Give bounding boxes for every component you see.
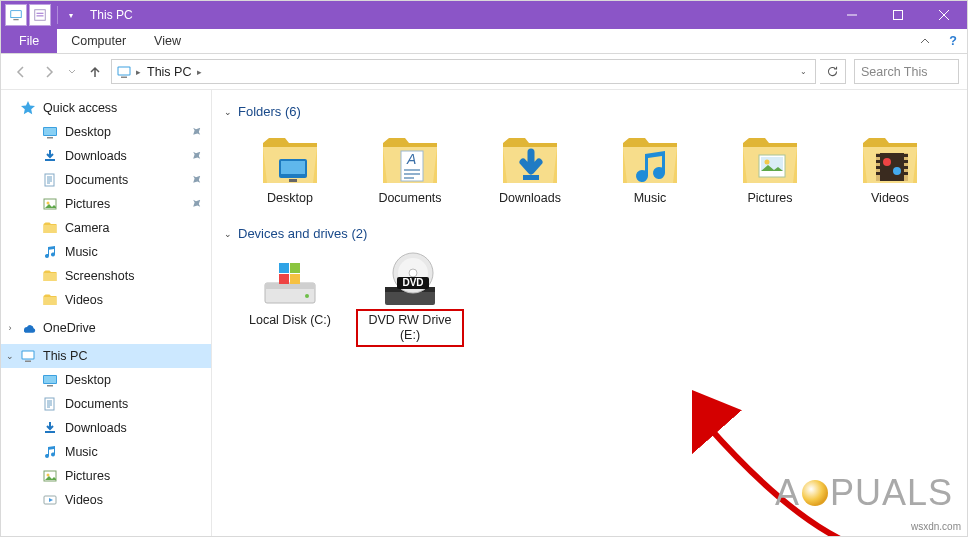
maximize-button[interactable]	[875, 1, 921, 29]
folder-icon	[41, 219, 59, 237]
nav-header-quick-access[interactable]: Quick access	[1, 96, 211, 120]
tile-dvd-rw-drive-e-[interactable]: DVD RW Drive (E:)	[356, 251, 464, 347]
nav-item-label: Videos	[65, 293, 103, 307]
search-input[interactable]: Search This	[854, 59, 959, 84]
tab-computer[interactable]: Computer	[57, 29, 140, 53]
nav-item-videos[interactable]: Videos	[1, 488, 211, 512]
ribbon-minimize-button[interactable]	[911, 29, 939, 53]
tile-label: Videos	[871, 187, 909, 206]
pin-icon	[188, 172, 204, 188]
watermark-post: PUALS	[830, 472, 953, 514]
address-history-dropdown[interactable]: ⌄	[793, 67, 813, 76]
tile-local-disk-c-[interactable]: Local Disk (C:)	[236, 251, 344, 347]
nav-item-label: Music	[65, 445, 98, 459]
nav-item-music[interactable]: Music	[1, 240, 211, 264]
quick-access-toolbar: ▾	[1, 4, 82, 26]
navigation-bar: ▸ This PC ▸ ⌄ Search This	[1, 54, 967, 90]
tile-music[interactable]: Music	[596, 129, 704, 206]
nav-item-pictures[interactable]: Pictures	[1, 464, 211, 488]
nav-item-label: Camera	[65, 221, 109, 235]
folder-icon	[41, 267, 59, 285]
nav-header-onedrive[interactable]: › OneDrive	[1, 316, 211, 340]
tile-label: Documents	[378, 187, 441, 206]
nav-item-label: Downloads	[65, 149, 127, 163]
nav-item-documents[interactable]: Documents	[1, 392, 211, 416]
nav-label: OneDrive	[43, 321, 96, 335]
qat-this-pc-icon[interactable]	[5, 4, 27, 26]
group-label: Devices and drives (2)	[238, 226, 367, 241]
tile-pictures[interactable]: Pictures	[716, 129, 824, 206]
nav-header-this-pc[interactable]: ⌄ This PC	[1, 344, 211, 368]
group-header-drives[interactable]: ⌄ Devices and drives (2)	[222, 220, 957, 251]
nav-item-downloads[interactable]: Downloads	[1, 416, 211, 440]
tile-videos[interactable]: Videos	[836, 129, 944, 206]
pictures-icon	[41, 467, 59, 485]
nav-item-label: Pictures	[65, 469, 110, 483]
onedrive-icon	[19, 319, 37, 337]
tile-downloads[interactable]: Downloads	[476, 129, 584, 206]
tile-label: Pictures	[747, 187, 792, 206]
navigation-pane: Quick access DesktopDownloadsDocumentsPi…	[1, 90, 212, 536]
close-button[interactable]	[921, 1, 967, 29]
tile-label: Music	[634, 187, 667, 206]
pin-icon	[188, 124, 204, 140]
folder-icon	[41, 291, 59, 309]
pictures-icon	[41, 195, 59, 213]
expand-icon[interactable]: ›	[5, 323, 15, 333]
nav-item-pictures[interactable]: Pictures	[1, 192, 211, 216]
nav-recent-dropdown[interactable]	[65, 60, 79, 84]
big-disk-icon	[256, 251, 324, 309]
tab-file[interactable]: File	[1, 29, 57, 53]
watermark: APUALS	[775, 472, 953, 514]
nav-item-label: Screenshots	[65, 269, 134, 283]
breadcrumb-chevron-icon[interactable]: ▸	[195, 67, 204, 77]
nav-item-label: Downloads	[65, 421, 127, 435]
nav-up-button[interactable]	[83, 60, 107, 84]
nav-item-desktop[interactable]: Desktop	[1, 120, 211, 144]
collapse-icon[interactable]: ⌄	[5, 351, 15, 361]
big-videos-icon	[856, 129, 924, 187]
tile-label: Local Disk (C:)	[249, 309, 331, 328]
nav-item-label: Documents	[65, 397, 128, 411]
search-placeholder: Search This	[861, 65, 927, 79]
nav-back-button[interactable]	[9, 60, 33, 84]
downloads-icon	[41, 147, 59, 165]
big-pictures-icon	[736, 129, 804, 187]
qat-customize-dropdown[interactable]: ▾	[64, 11, 78, 20]
nav-item-music[interactable]: Music	[1, 440, 211, 464]
tile-label: Downloads	[499, 187, 561, 206]
collapse-icon[interactable]: ⌄	[224, 229, 232, 239]
pin-icon	[188, 196, 204, 212]
nav-item-label: Documents	[65, 173, 128, 187]
big-downloads-icon	[496, 129, 564, 187]
group-header-folders[interactable]: ⌄ Folders (6)	[222, 98, 957, 129]
nav-item-label: Desktop	[65, 373, 111, 387]
desktop-icon	[41, 123, 59, 141]
tile-desktop[interactable]: Desktop	[236, 129, 344, 206]
address-bar[interactable]: ▸ This PC ▸ ⌄	[111, 59, 816, 84]
documents-icon	[41, 395, 59, 413]
downloads-icon	[41, 419, 59, 437]
content-pane: ⌄ Folders (6) DesktopDocumentsDownloadsM…	[212, 90, 967, 536]
nav-item-downloads[interactable]: Downloads	[1, 144, 211, 168]
nav-item-videos[interactable]: Videos	[1, 288, 211, 312]
nav-forward-button[interactable]	[37, 60, 61, 84]
nav-item-desktop[interactable]: Desktop	[1, 368, 211, 392]
help-button[interactable]: ?	[939, 29, 967, 53]
nav-item-screenshots[interactable]: Screenshots	[1, 264, 211, 288]
minimize-button[interactable]	[829, 1, 875, 29]
nav-item-camera[interactable]: Camera	[1, 216, 211, 240]
videos-icon	[41, 491, 59, 509]
breadcrumb-chevron-icon[interactable]: ▸	[134, 67, 143, 77]
tab-view[interactable]: View	[140, 29, 195, 53]
desktop-icon	[41, 371, 59, 389]
breadcrumb-this-pc[interactable]: This PC	[143, 65, 195, 79]
collapse-icon[interactable]: ⌄	[224, 107, 232, 117]
big-documents-icon	[376, 129, 444, 187]
nav-item-label: Pictures	[65, 197, 110, 211]
qat-properties-icon[interactable]	[29, 4, 51, 26]
tile-documents[interactable]: Documents	[356, 129, 464, 206]
refresh-button[interactable]	[820, 59, 846, 84]
nav-item-documents[interactable]: Documents	[1, 168, 211, 192]
window-title: This PC	[82, 8, 133, 22]
